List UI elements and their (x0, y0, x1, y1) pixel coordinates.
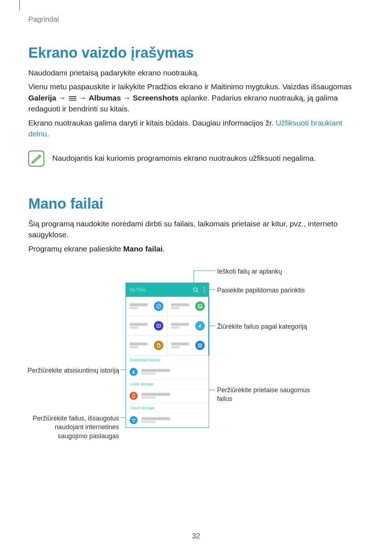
body-text: Programų ekrane palieskite Mano failai. (28, 243, 364, 254)
svg-point-22 (133, 397, 134, 397)
more-icon[interactable] (204, 287, 205, 293)
svg-point-8 (193, 288, 197, 291)
body-text: Šią programą naudokite norėdami dirbti s… (28, 218, 364, 241)
app-name-mano-failai: Mano failai (123, 245, 163, 253)
callout-search: Ieškoti failų ar aplankų (217, 267, 282, 276)
page-gutter-mark (19, 0, 20, 10)
callout-more-options: Pasiekite papildomas parinktis (217, 286, 305, 295)
svg-rect-19 (198, 346, 200, 347)
phone-screenshot: My Files Download historyLocal storageCl… (126, 283, 209, 428)
section-title-screen-capture: Ekrano vaizdo įrašymas (28, 45, 364, 61)
callout-device-storage: Peržiūrėkite prietaise saugomus failus (217, 386, 319, 403)
body-text: Vienu metu paspauskite ir laikykite Prad… (28, 81, 364, 114)
svg-rect-14 (198, 304, 202, 308)
phone-title: My Files (130, 287, 188, 292)
path-galerija: Galerija (28, 94, 56, 102)
category-checkmark[interactable] (126, 297, 167, 316)
note-icon (28, 151, 44, 167)
svg-point-12 (204, 291, 205, 292)
search-icon[interactable] (193, 287, 199, 293)
doc-icon (154, 341, 163, 350)
category-image[interactable] (167, 297, 209, 316)
body-text: Naudodami prietaisą padarykite ekrano nu… (28, 67, 364, 78)
category-video[interactable] (126, 316, 167, 336)
callout-download-history: Peržiūrėkite atsisiuntimų istoriją (25, 366, 119, 375)
svg-point-10 (204, 287, 205, 288)
download-icon (130, 368, 138, 376)
video-icon (154, 321, 163, 331)
list-item-download[interactable] (126, 365, 209, 379)
body-text: Ekrano nuotraukas galima daryti ir kitai… (28, 118, 364, 140)
text-fragment: Programų ekrane palieskite (28, 245, 123, 253)
text-fragment: Ekrano nuotraukas galima daryti ir kitai… (28, 119, 276, 127)
checkmark-icon (154, 301, 163, 311)
arrow-separator: → (58, 94, 68, 102)
section-title-my-files: Mano failai (28, 196, 364, 212)
svg-rect-20 (200, 346, 202, 347)
note-text: Naudojantis kai kuriomis programomis ekr… (52, 153, 316, 164)
hamburger-icon (69, 95, 76, 102)
svg-point-11 (204, 289, 205, 290)
arrow-separator: → (79, 94, 89, 102)
image-icon (195, 301, 205, 311)
svg-rect-17 (198, 344, 200, 345)
page-content: Pagrindai Ekrano vaizdo įrašymas Naudoda… (0, 0, 392, 447)
path-albumas: Albumas (89, 94, 121, 102)
list-item-device[interactable] (126, 389, 209, 403)
device-icon (130, 392, 138, 400)
phone-sections: Download historyLocal storageCloud stora… (126, 356, 209, 427)
arrow-separator: → (123, 94, 133, 102)
figure-my-files: Ieškoti failų ar aplankų Pasiekite papil… (28, 265, 362, 447)
apps-icon (195, 341, 205, 350)
text-fragment: Vienu metu paspauskite ir laikykite Prad… (28, 82, 352, 91)
category-grid (126, 297, 209, 356)
phone-appbar: My Files (126, 283, 209, 297)
svg-line-9 (197, 291, 198, 292)
section-label: Cloud storage (126, 403, 209, 413)
note-icon (195, 321, 205, 331)
callout-categories: Žiūrėkite failus pagal kategoriją (217, 322, 307, 331)
svg-rect-18 (200, 344, 202, 345)
page-number: 32 (0, 532, 392, 540)
svg-point-15 (199, 305, 200, 306)
text-fragment: . (47, 130, 49, 138)
category-apps[interactable] (167, 336, 209, 356)
section-label: Download history (126, 356, 209, 365)
breadcrumb: Pagrindai (28, 15, 364, 24)
note-block: Naudojantis kai kuriomis programomis ekr… (28, 151, 364, 167)
path-screenshots: Screenshots (133, 94, 179, 102)
text-fragment: . (163, 245, 165, 253)
category-note[interactable] (167, 316, 209, 336)
category-doc[interactable] (126, 336, 167, 356)
callout-cloud-storage: Peržiūrėkite failus, išsaugotus naudojan… (25, 414, 119, 440)
list-item-dropbox[interactable] (126, 413, 209, 427)
section-label: Local storage (126, 379, 209, 389)
dropbox-icon (130, 416, 138, 424)
